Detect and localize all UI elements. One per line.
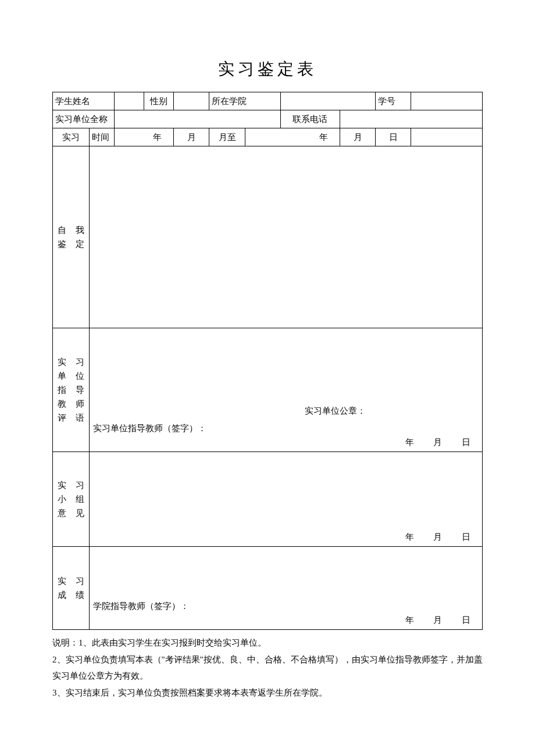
- field-month1[interactable]: 月: [174, 128, 209, 146]
- date-group: 年 月 日: [405, 532, 471, 543]
- field-self[interactable]: [90, 146, 483, 328]
- label-unit-teacher-sig: 实习单位指导教师（签字）：: [93, 423, 206, 434]
- field-year1[interactable]: 年: [115, 128, 174, 146]
- label-seal: 实习单位公章：: [305, 406, 366, 417]
- field-month2[interactable]: 月: [340, 128, 375, 146]
- field-id[interactable]: [411, 92, 483, 110]
- row-unit-teacher: 实 习单 位指 导教 师评语 实习单位公章： 实习单位指导教师（签字）： 年 月…: [53, 328, 483, 452]
- label-phone: 联系电话: [280, 110, 340, 128]
- label-id: 学号: [376, 92, 411, 110]
- label-period-b: 时间: [90, 128, 115, 146]
- label-college: 所在学院: [209, 92, 280, 110]
- label-self: 自 我鉴定: [53, 146, 90, 328]
- label-grade: 实 习成绩: [53, 547, 90, 630]
- row-grade: 实 习成绩 学院指导教师（签字）： 年 月 日: [53, 547, 483, 630]
- field-unit[interactable]: [115, 110, 281, 128]
- note-3: 3、实习结束后，实习单位负责按照档案要求将本表寄返学生所在学院。: [52, 688, 327, 697]
- notes-prefix: 说明：: [52, 638, 79, 647]
- date-grade: 年 月 日: [405, 615, 471, 626]
- d: 日: [462, 615, 470, 625]
- label-unit: 实习单位全称: [53, 110, 115, 128]
- label-unit-teacher: 实 习单 位指 导教 师评语: [53, 328, 90, 452]
- label-name: 学生姓名: [53, 92, 115, 110]
- label-group: 实 习小 组意见: [53, 452, 90, 547]
- y: 年: [405, 438, 414, 447]
- field-group[interactable]: 年 月 日: [90, 452, 483, 547]
- row-period: 实习 时间 年 月 月至 年 月 日: [53, 128, 483, 146]
- field-grade[interactable]: 学院指导教师（签字）： 年 月 日: [90, 547, 483, 630]
- field-day2[interactable]: 日: [376, 128, 411, 146]
- field-name[interactable]: [115, 92, 144, 110]
- label-college-teacher-sig: 学院指导教师（签字）：: [93, 601, 189, 612]
- field-phone[interactable]: [340, 110, 482, 128]
- label-period-a: 实习: [53, 128, 90, 146]
- notes: 说明：1、此表由实习学生在实习报到时交给实习单位。 2、实习单位负责填写本表（"…: [52, 635, 483, 701]
- field-year2[interactable]: 年: [245, 128, 340, 146]
- field-period-blank[interactable]: [411, 128, 483, 146]
- y: 年: [405, 532, 414, 542]
- evaluation-table: 学生姓名 性别 所在学院 学号 实习单位全称 联系电话 实习 时间 年 月 月至…: [52, 92, 483, 630]
- note-2: 2、实习单位负责填写本表（"考评结果"按优、良、中、合格、不合格填写），由实习单…: [52, 655, 483, 681]
- label-to: 月至: [209, 128, 245, 146]
- m: 月: [433, 615, 442, 625]
- label-gender: 性别: [144, 92, 174, 110]
- row-self: 自 我鉴定: [53, 146, 483, 328]
- m: 月: [433, 438, 442, 447]
- field-college[interactable]: [280, 92, 375, 110]
- date-unit-teacher: 年 月 日: [405, 437, 471, 448]
- row-unit: 实习单位全称 联系电话: [53, 110, 483, 128]
- row-student: 学生姓名 性别 所在学院 学号: [53, 92, 483, 110]
- d: 日: [462, 438, 470, 447]
- page-title: 实习鉴定表: [52, 58, 483, 80]
- field-unit-teacher[interactable]: 实习单位公章： 实习单位指导教师（签字）： 年 月 日: [90, 328, 483, 452]
- y: 年: [405, 615, 414, 625]
- m: 月: [433, 532, 442, 542]
- field-gender[interactable]: [174, 92, 209, 110]
- note-1: 1、此表由实习学生在实习报到时交给实习单位。: [79, 638, 266, 647]
- d: 日: [462, 532, 470, 542]
- row-group: 实 习小 组意见 年 月 日: [53, 452, 483, 547]
